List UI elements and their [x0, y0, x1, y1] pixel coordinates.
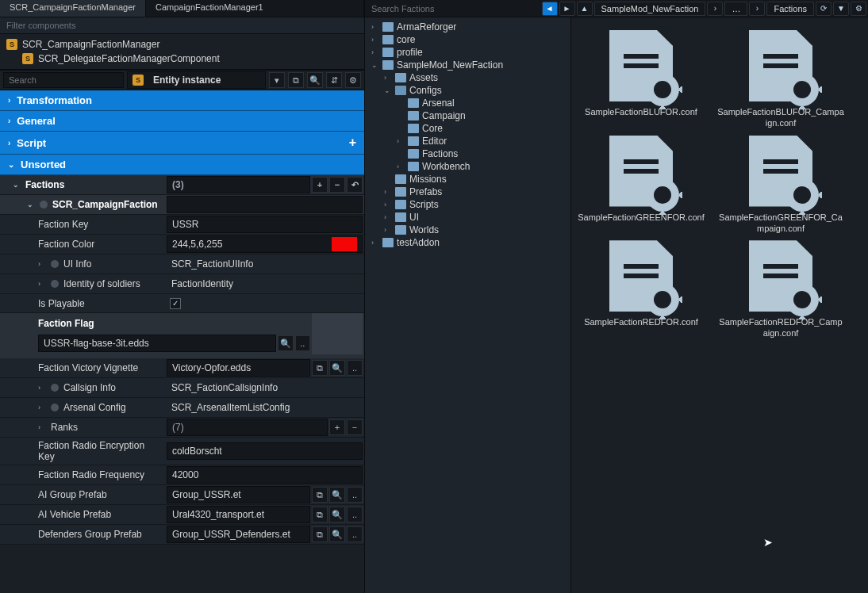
- tree-node[interactable]: Arsenal: [365, 97, 570, 109]
- defenders-input[interactable]: Group_USSR_Defenders.et: [167, 526, 310, 543]
- open-external-icon[interactable]: ⧉: [312, 507, 328, 522]
- search-icon[interactable]: 🔍: [329, 526, 345, 542]
- tree-node[interactable]: ›testAddon: [365, 236, 570, 249]
- tree-node[interactable]: Factions: [365, 147, 570, 160]
- breadcrumb[interactable]: Factions: [766, 2, 814, 16]
- add-icon[interactable]: +: [312, 177, 328, 193]
- radio-key-input[interactable]: coldBorscht: [167, 442, 363, 460]
- chevron-icon[interactable]: ›: [397, 163, 405, 170]
- search-icon[interactable]: 🔍: [307, 72, 323, 88]
- hierarchy-icon[interactable]: ⇵: [326, 72, 342, 88]
- entity-instance-dropdown[interactable]: SEntity instance: [127, 71, 266, 89]
- chevron-icon[interactable]: ›: [384, 188, 392, 196]
- remove-icon[interactable]: −: [329, 177, 345, 193]
- tree-node[interactable]: Core: [365, 122, 570, 135]
- search-icon[interactable]: 🔍: [278, 335, 293, 351]
- file-item[interactable]: SampleFactionBLUFOR_Campaign.conf: [717, 30, 844, 129]
- component-item[interactable]: SSCR_CampaignFactionManager: [0, 37, 364, 52]
- nav-up-icon[interactable]: ▲: [577, 2, 593, 16]
- ai-group-input[interactable]: Group_USSR.et: [167, 486, 310, 503]
- section-unsorted[interactable]: ⌄Unsorted: [0, 155, 364, 175]
- chevron-icon[interactable]: ›: [371, 48, 379, 56]
- file-item[interactable]: SampleFactionREDFOR.conf: [578, 240, 705, 339]
- open-external-icon[interactable]: ⧉: [312, 487, 328, 503]
- browse-icon[interactable]: ..: [347, 360, 363, 376]
- breadcrumb-sep-icon[interactable]: ›: [707, 2, 723, 16]
- refresh-icon[interactable]: ⟳: [816, 2, 832, 16]
- vignette-input[interactable]: Victory-Opfor.edds: [167, 359, 310, 377]
- chevron-icon[interactable]: ›: [384, 74, 392, 82]
- file-item[interactable]: SampleFactionGREENFOR_Campaign.conf: [717, 136, 844, 235]
- chevron-icon[interactable]: ›: [384, 201, 392, 209]
- chevron-icon[interactable]: ⌄: [371, 61, 379, 69]
- prop-label[interactable]: ›UI Info: [0, 256, 167, 272]
- tree-node[interactable]: Campaign: [365, 109, 570, 122]
- filter-icon[interactable]: ▼: [833, 2, 849, 16]
- section-script[interactable]: ›Script+: [0, 132, 364, 155]
- tree-node[interactable]: ⌄SampleMod_NewFaction: [365, 59, 570, 71]
- tree-node[interactable]: ›Worlds: [365, 224, 570, 236]
- search-input[interactable]: [3, 72, 124, 88]
- tab-entity[interactable]: SCR_CampaignFactionManager: [0, 0, 146, 17]
- gear-icon[interactable]: ⚙: [345, 72, 361, 88]
- component-item[interactable]: SSCR_DelegateFactionManagerComponent: [16, 52, 364, 66]
- section-general[interactable]: ›General: [0, 111, 364, 132]
- is-playable-checkbox[interactable]: ✓: [170, 298, 181, 309]
- tab-instance[interactable]: CampaignFactionManager1: [146, 0, 364, 17]
- file-item[interactable]: SampleFactionGREENFOR.conf: [578, 136, 705, 235]
- prop-label[interactable]: ›Ranks: [0, 419, 167, 435]
- add-icon[interactable]: +: [329, 419, 345, 435]
- prop-label[interactable]: ›Callsign Info: [0, 380, 167, 396]
- tree-node[interactable]: ›UI: [365, 211, 570, 224]
- section-transformation[interactable]: ›Transformation: [0, 90, 364, 111]
- open-external-icon[interactable]: ⧉: [312, 360, 328, 376]
- chevron-icon[interactable]: ›: [397, 137, 405, 145]
- faction-flag-input[interactable]: [38, 335, 276, 352]
- factions-row[interactable]: ⌄Factions (3) +−↶: [0, 175, 364, 195]
- reset-icon[interactable]: ↶: [347, 177, 363, 193]
- file-item[interactable]: SampleFactionREDFOR_Campaign.conf: [717, 240, 844, 339]
- faction-item-row[interactable]: ⌄SCR_CampaignFaction: [0, 195, 364, 215]
- chevron-icon[interactable]: ›: [371, 36, 379, 44]
- tree-node[interactable]: ›Editor: [365, 135, 570, 147]
- chevron-icon[interactable]: ›: [384, 226, 392, 234]
- prop-label[interactable]: ›Identity of soldiers: [0, 276, 167, 292]
- nav-forward-icon[interactable]: ►: [559, 2, 575, 16]
- faction-color-input[interactable]: 244,5,6,255: [167, 235, 363, 253]
- breadcrumb-sep-icon[interactable]: ›: [749, 2, 765, 16]
- breadcrumb-ellipsis[interactable]: …: [724, 2, 747, 16]
- chevron-icon[interactable]: ›: [384, 213, 392, 221]
- chevron-icon[interactable]: ⌄: [384, 86, 392, 94]
- file-item[interactable]: SampleFactionBLUFOR.conf: [578, 30, 705, 129]
- tree-node[interactable]: ›Prefabs: [365, 186, 570, 198]
- tree-node[interactable]: ›ArmaReforger: [365, 21, 570, 33]
- chevron-icon[interactable]: ›: [371, 23, 379, 31]
- tree-node[interactable]: ›profile: [365, 46, 570, 59]
- tree-node[interactable]: ›core: [365, 33, 570, 46]
- add-icon[interactable]: +: [349, 136, 356, 150]
- nav-back-icon[interactable]: ◄: [542, 2, 558, 16]
- open-external-icon[interactable]: ⧉: [312, 526, 328, 542]
- radio-freq-input[interactable]: 42000: [167, 466, 363, 484]
- search-icon[interactable]: 🔍: [329, 487, 345, 503]
- tree-node[interactable]: ⌄Configs: [365, 84, 570, 97]
- tree-node[interactable]: ›Assets: [365, 71, 570, 84]
- ai-vehicle-input[interactable]: Ural4320_transport.et: [167, 506, 310, 523]
- breadcrumb[interactable]: SampleMod_NewFaction: [594, 2, 706, 16]
- search-icon[interactable]: 🔍: [329, 360, 345, 376]
- tree-node[interactable]: ›Workbench: [365, 160, 570, 173]
- prop-label[interactable]: ›Arsenal Config: [0, 400, 167, 415]
- remove-icon[interactable]: −: [347, 419, 363, 435]
- browse-icon[interactable]: ..: [347, 507, 363, 522]
- dropdown-toggle-icon[interactable]: ▾: [269, 72, 285, 88]
- browse-icon[interactable]: ..: [347, 487, 363, 503]
- tree-node[interactable]: Missions: [365, 173, 570, 186]
- open-external-icon[interactable]: ⧉: [288, 72, 304, 88]
- tree-node[interactable]: ›Scripts: [365, 198, 570, 211]
- chevron-icon[interactable]: ›: [371, 239, 379, 247]
- filter-components[interactable]: Filter components: [0, 17, 364, 34]
- browse-icon[interactable]: ..: [347, 526, 363, 542]
- browse-icon[interactable]: ..: [295, 335, 310, 351]
- color-swatch[interactable]: [332, 237, 357, 251]
- faction-item-value[interactable]: [167, 196, 363, 213]
